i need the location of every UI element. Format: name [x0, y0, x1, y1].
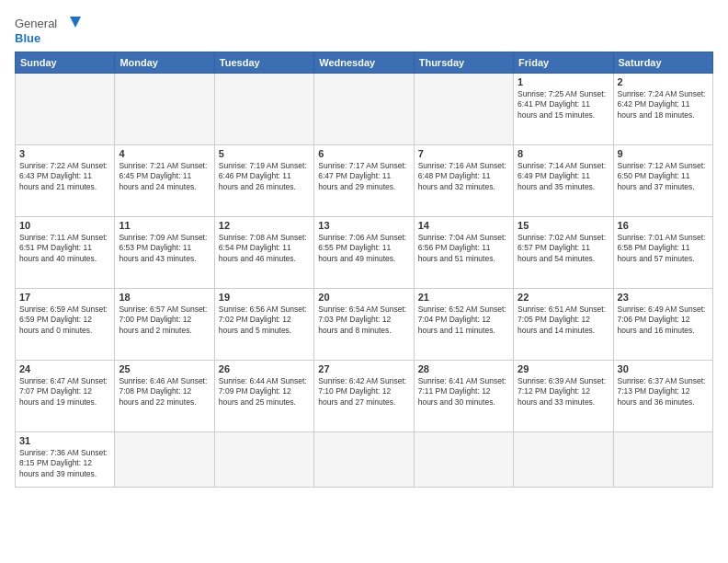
day-info: Sunrise: 7:09 AM Sunset: 6:53 PM Dayligh…: [119, 233, 210, 264]
day-cell: [115, 432, 214, 488]
day-cell: 13Sunrise: 7:06 AM Sunset: 6:55 PM Dayli…: [314, 217, 414, 289]
day-cell: 31Sunrise: 7:36 AM Sunset: 8:15 PM Dayli…: [16, 432, 115, 488]
day-number: 7: [418, 148, 509, 159]
day-cell: 3Sunrise: 7:22 AM Sunset: 6:43 PM Daylig…: [16, 145, 115, 217]
day-info: Sunrise: 6:41 AM Sunset: 7:11 PM Dayligh…: [418, 376, 509, 408]
week-row-6: 31Sunrise: 7:36 AM Sunset: 8:15 PM Dayli…: [16, 432, 713, 488]
day-number: 27: [318, 363, 409, 374]
day-number: 25: [119, 363, 210, 374]
week-row-2: 3Sunrise: 7:22 AM Sunset: 6:43 PM Daylig…: [16, 145, 713, 217]
day-number: 2: [618, 76, 709, 87]
day-cell: 25Sunrise: 6:46 AM Sunset: 7:08 PM Dayli…: [115, 361, 214, 432]
day-cell: [414, 74, 513, 145]
day-number: 9: [618, 148, 709, 159]
logo: General Blue: [15, 11, 88, 48]
day-info: Sunrise: 7:22 AM Sunset: 6:43 PM Dayligh…: [19, 161, 110, 192]
day-number: 10: [19, 220, 110, 231]
svg-text:General: General: [15, 17, 57, 30]
day-number: 11: [119, 220, 210, 231]
day-cell: 8Sunrise: 7:14 AM Sunset: 6:49 PM Daylig…: [514, 145, 613, 217]
day-number: 30: [618, 363, 709, 374]
day-number: 26: [219, 363, 310, 374]
day-number: 29: [518, 363, 609, 374]
day-info: Sunrise: 7:16 AM Sunset: 6:48 PM Dayligh…: [418, 161, 509, 192]
day-cell: 1Sunrise: 7:25 AM Sunset: 6:41 PM Daylig…: [514, 74, 613, 145]
week-row-1: 1Sunrise: 7:25 AM Sunset: 6:41 PM Daylig…: [16, 74, 713, 145]
day-number: 23: [618, 292, 709, 303]
day-info: Sunrise: 6:56 AM Sunset: 7:02 PM Dayligh…: [219, 304, 310, 336]
day-number: 14: [418, 220, 509, 231]
day-cell: 20Sunrise: 6:54 AM Sunset: 7:03 PM Dayli…: [314, 289, 414, 361]
day-cell: 19Sunrise: 6:56 AM Sunset: 7:02 PM Dayli…: [214, 289, 313, 361]
week-row-5: 24Sunrise: 6:47 AM Sunset: 7:07 PM Dayli…: [16, 361, 713, 432]
header-cell-friday: Friday: [514, 52, 613, 74]
day-number: 17: [19, 292, 110, 303]
day-info: Sunrise: 7:25 AM Sunset: 6:41 PM Dayligh…: [518, 89, 609, 121]
day-cell: [115, 74, 214, 145]
day-info: Sunrise: 7:21 AM Sunset: 6:45 PM Dayligh…: [119, 161, 210, 192]
day-cell: 18Sunrise: 6:57 AM Sunset: 7:00 PM Dayli…: [115, 289, 214, 361]
day-cell: [214, 432, 313, 488]
day-number: 24: [19, 363, 110, 374]
day-info: Sunrise: 6:39 AM Sunset: 7:12 PM Dayligh…: [518, 376, 609, 408]
day-number: 28: [418, 363, 509, 374]
day-cell: 28Sunrise: 6:41 AM Sunset: 7:11 PM Dayli…: [414, 361, 513, 432]
day-cell: 16Sunrise: 7:01 AM Sunset: 6:58 PM Dayli…: [613, 217, 712, 289]
day-cell: [414, 432, 513, 488]
day-number: 31: [19, 435, 110, 446]
day-number: 19: [219, 292, 310, 303]
day-cell: [514, 432, 613, 488]
day-number: 1: [518, 76, 609, 87]
day-cell: 12Sunrise: 7:08 AM Sunset: 6:54 PM Dayli…: [214, 217, 313, 289]
week-row-3: 10Sunrise: 7:11 AM Sunset: 6:51 PM Dayli…: [16, 217, 713, 289]
day-info: Sunrise: 7:17 AM Sunset: 6:47 PM Dayligh…: [318, 161, 409, 192]
day-cell: [314, 432, 414, 488]
header-cell-thursday: Thursday: [414, 52, 513, 74]
day-info: Sunrise: 7:11 AM Sunset: 6:51 PM Dayligh…: [19, 233, 110, 264]
day-cell: 5Sunrise: 7:19 AM Sunset: 6:46 PM Daylig…: [214, 145, 313, 217]
day-number: 6: [318, 148, 409, 159]
week-row-4: 17Sunrise: 6:59 AM Sunset: 6:59 PM Dayli…: [16, 289, 713, 361]
day-cell: [16, 74, 115, 145]
day-cell: 2Sunrise: 7:24 AM Sunset: 6:42 PM Daylig…: [613, 74, 712, 145]
day-info: Sunrise: 6:44 AM Sunset: 7:09 PM Dayligh…: [219, 376, 310, 408]
day-number: 18: [119, 292, 210, 303]
day-number: 20: [318, 292, 409, 303]
day-cell: 9Sunrise: 7:12 AM Sunset: 6:50 PM Daylig…: [613, 145, 712, 217]
day-number: 8: [518, 148, 609, 159]
day-info: Sunrise: 7:01 AM Sunset: 6:58 PM Dayligh…: [618, 233, 709, 264]
header-cell-saturday: Saturday: [613, 52, 712, 74]
day-number: 5: [219, 148, 310, 159]
svg-text:Blue: Blue: [15, 31, 40, 45]
day-cell: 7Sunrise: 7:16 AM Sunset: 6:48 PM Daylig…: [414, 145, 513, 217]
day-number: 16: [618, 220, 709, 231]
day-cell: 30Sunrise: 6:37 AM Sunset: 7:13 PM Dayli…: [613, 361, 712, 432]
day-info: Sunrise: 7:12 AM Sunset: 6:50 PM Dayligh…: [618, 161, 709, 192]
day-info: Sunrise: 7:24 AM Sunset: 6:42 PM Dayligh…: [618, 89, 709, 121]
day-info: Sunrise: 6:42 AM Sunset: 7:10 PM Dayligh…: [318, 376, 409, 408]
header-cell-wednesday: Wednesday: [314, 52, 414, 74]
day-info: Sunrise: 6:49 AM Sunset: 7:06 PM Dayligh…: [618, 304, 709, 336]
day-info: Sunrise: 7:14 AM Sunset: 6:49 PM Dayligh…: [518, 161, 609, 192]
day-cell: 15Sunrise: 7:02 AM Sunset: 6:57 PM Dayli…: [514, 217, 613, 289]
day-cell: 6Sunrise: 7:17 AM Sunset: 6:47 PM Daylig…: [314, 145, 414, 217]
generalblue-logo-icon: General Blue: [15, 15, 88, 48]
day-info: Sunrise: 6:47 AM Sunset: 7:07 PM Dayligh…: [19, 376, 110, 408]
day-number: 4: [119, 148, 210, 159]
day-info: Sunrise: 6:37 AM Sunset: 7:13 PM Dayligh…: [618, 376, 709, 408]
header-cell-sunday: Sunday: [16, 52, 115, 74]
header-cell-monday: Monday: [115, 52, 214, 74]
day-info: Sunrise: 6:59 AM Sunset: 6:59 PM Dayligh…: [19, 304, 110, 336]
day-info: Sunrise: 7:36 AM Sunset: 8:15 PM Dayligh…: [19, 448, 110, 479]
day-info: Sunrise: 7:04 AM Sunset: 6:56 PM Dayligh…: [418, 233, 509, 264]
day-cell: [214, 74, 313, 145]
day-info: Sunrise: 6:54 AM Sunset: 7:03 PM Dayligh…: [318, 304, 409, 336]
day-cell: 21Sunrise: 6:52 AM Sunset: 7:04 PM Dayli…: [414, 289, 513, 361]
calendar-table: SundayMondayTuesdayWednesdayThursdayFrid…: [15, 52, 713, 488]
day-cell: 24Sunrise: 6:47 AM Sunset: 7:07 PM Dayli…: [16, 361, 115, 432]
day-info: Sunrise: 7:02 AM Sunset: 6:57 PM Dayligh…: [518, 233, 609, 264]
day-info: Sunrise: 7:06 AM Sunset: 6:55 PM Dayligh…: [318, 233, 409, 264]
day-info: Sunrise: 7:08 AM Sunset: 6:54 PM Dayligh…: [219, 233, 310, 264]
day-info: Sunrise: 6:51 AM Sunset: 7:05 PM Dayligh…: [518, 304, 609, 336]
day-info: Sunrise: 6:57 AM Sunset: 7:00 PM Dayligh…: [119, 304, 210, 336]
